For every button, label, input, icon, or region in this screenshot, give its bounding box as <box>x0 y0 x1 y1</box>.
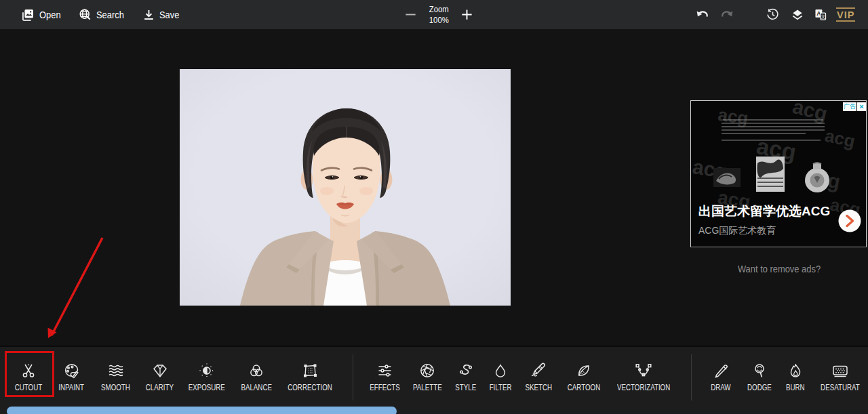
svg-text:出国艺术留学优选ACG: 出国艺术留学优选ACG <box>698 204 830 218</box>
svg-text:文: 文 <box>821 14 825 19</box>
svg-text:acg: acg <box>717 104 750 129</box>
svg-text:ACG国际艺术教育: ACG国际艺术教育 <box>698 225 776 236</box>
